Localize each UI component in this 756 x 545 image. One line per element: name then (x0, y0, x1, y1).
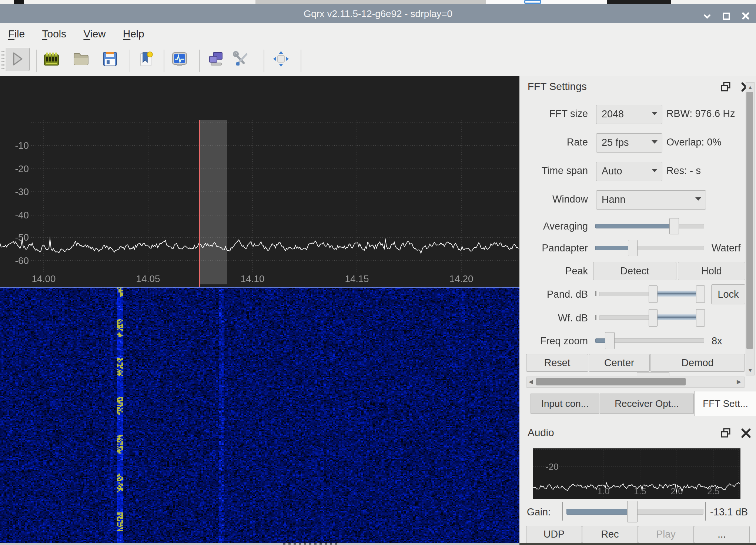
window-title: Gqrx v2.11.5-12-g6e92 - sdrplay=0 (0, 8, 756, 20)
udp-button[interactable]: UDP (526, 526, 582, 543)
tab-input-controls[interactable]: Input con... (531, 394, 599, 414)
wf-db-low-handle[interactable] (649, 309, 658, 327)
waterfall-label: Waterf (712, 243, 741, 254)
floppy-disk-icon (101, 62, 118, 68)
circuit-board-icon (43, 62, 60, 68)
save-file-button[interactable] (101, 50, 118, 67)
titlebar[interactable]: Gqrx v2.11.5-12-g6e92 - sdrplay=0 (0, 4, 756, 23)
fullscreen-arrows-icon (272, 62, 290, 68)
gain-slider-start-tick (562, 502, 563, 521)
chevron-down-icon (652, 169, 658, 172)
pand-db-label: Pand. dB (506, 289, 588, 300)
rate-combobox[interactable]: 25 fps (596, 133, 662, 153)
gain-slider-end-tick (705, 502, 706, 521)
folder-icon (73, 62, 90, 68)
open-file-button[interactable] (73, 50, 90, 67)
freq-zoom-slider-handle[interactable] (605, 332, 615, 349)
menu-tools[interactable]: Tools (42, 28, 66, 40)
rate-label: Rate (506, 137, 588, 148)
audio-spectrum-canvas[interactable] (533, 448, 740, 499)
menu-help[interactable]: Help (123, 28, 144, 40)
scroll-down-icon[interactable]: ▼ (747, 367, 753, 373)
audio-title: Audio (528, 427, 554, 439)
fft-settings-title: FFT Settings (528, 81, 587, 93)
pand-db-low-handle[interactable] (649, 285, 658, 303)
pandapter-spectrum-canvas[interactable] (0, 115, 519, 287)
background-window-sliver (519, 543, 756, 545)
toolbar-separator (164, 50, 164, 72)
spectrum-analyzer-button[interactable] (171, 50, 188, 67)
menubar: File Tools View Help (0, 23, 756, 46)
peak-label: Peak (506, 265, 588, 277)
gain-value: -13.1 dB (710, 506, 748, 518)
reset-button[interactable]: Reset (526, 354, 588, 372)
time-span-value: Auto (602, 165, 622, 177)
background-window-sliver (0, 0, 14, 4)
oscilloscope-icon (171, 62, 188, 68)
background-window-sliver (24, 0, 255, 4)
freq-zoom-value: 8x (712, 335, 722, 347)
bookmarks-button[interactable] (138, 50, 155, 67)
demod-button[interactable]: Demod (650, 354, 745, 372)
scroll-up-icon[interactable]: ▲ (747, 84, 753, 90)
pand-db-lock-button[interactable]: Lock (711, 284, 745, 304)
background-window-sliver (541, 0, 607, 4)
maximize-button[interactable] (720, 11, 732, 21)
wf-db-tick (595, 315, 596, 320)
float-dock-icon[interactable] (720, 428, 732, 439)
background-button-sliver (524, 0, 541, 4)
peak-hold-button[interactable]: Hold (678, 262, 745, 280)
scroll-right-icon[interactable]: ▶ (737, 379, 741, 384)
fft-panel-horizontal-scrollbar-thumb[interactable] (536, 378, 686, 385)
pand-db-high-handle[interactable] (696, 285, 705, 303)
more-options-button[interactable]: ... (694, 526, 750, 543)
toolbar-separator (36, 50, 37, 72)
close-button[interactable] (740, 11, 752, 21)
play-button[interactable]: Play (638, 526, 694, 543)
time-span-combobox[interactable]: Auto (596, 162, 662, 181)
start-dsp-button[interactable] (5, 47, 30, 71)
wf-db-high-handle[interactable] (696, 309, 705, 327)
bookmark-icon (138, 62, 155, 68)
background-window-sliver (671, 0, 756, 4)
remote-control-button[interactable] (207, 50, 224, 67)
background-window-sliver (0, 543, 519, 545)
window-combobox[interactable]: Hann (596, 190, 706, 210)
configure-io-devices-button[interactable] (233, 50, 250, 67)
peak-detect-button[interactable]: Detect (593, 262, 676, 280)
pandapter-slider-handle[interactable] (628, 240, 638, 256)
tab-fft-settings[interactable]: FFT Sett... (694, 391, 756, 416)
toolbar-drag-handle[interactable] (1, 51, 4, 70)
desktop: { "window": { "title": "Gqrx v2.11.5-12-… (0, 0, 756, 545)
fft-size-value: 2048 (602, 108, 624, 120)
menu-file[interactable]: File (8, 28, 25, 40)
window-label: Window (506, 194, 588, 205)
waterfall-canvas[interactable] (0, 287, 519, 543)
close-dock-icon[interactable] (740, 428, 752, 439)
averaging-slider-fill (595, 224, 675, 228)
rate-value: 25 fps (602, 137, 629, 148)
gain-slider-fill (566, 509, 633, 515)
scroll-left-icon[interactable]: ◀ (529, 379, 533, 384)
pand-db-range-fill (657, 291, 697, 297)
toolbar-separator (264, 50, 264, 72)
background-text-sliver (283, 543, 337, 545)
minimize-button[interactable] (701, 11, 713, 21)
center-button[interactable]: Center (589, 354, 650, 372)
time-span-label: Time span (506, 165, 588, 177)
gain-slider-handle[interactable] (627, 501, 638, 522)
fft-panel-vertical-scrollbar-thumb[interactable] (746, 92, 753, 349)
float-dock-icon[interactable] (720, 81, 732, 93)
tab-receiver-options[interactable]: Receiver Opt... (600, 394, 694, 414)
fullscreen-button[interactable] (272, 50, 290, 67)
fft-size-combobox[interactable]: 2048 (596, 105, 662, 124)
chevron-down-icon (652, 140, 658, 144)
averaging-slider-handle[interactable] (669, 218, 679, 234)
pand-db-tick (595, 291, 596, 296)
background-window-sliver (486, 0, 524, 4)
networked-computers-icon (207, 62, 224, 68)
pandapter-label: Pandapter (506, 243, 588, 254)
menu-view[interactable]: View (83, 28, 106, 40)
dsp-options-button[interactable] (43, 50, 60, 67)
rec-button[interactable]: Rec (582, 526, 638, 543)
